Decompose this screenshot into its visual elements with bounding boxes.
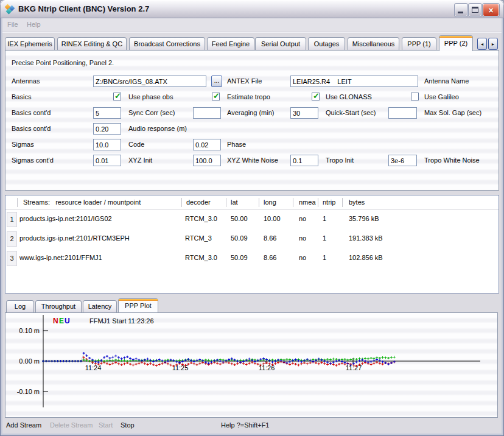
maximize-button[interactable] <box>469 4 481 16</box>
use-galileo-label: Use Galileo <box>424 93 459 100</box>
close-button[interactable]: × <box>483 4 499 16</box>
cell-bytes: 35.796 kB <box>349 215 379 222</box>
estimate-tropo-label: Estimate tropo <box>227 93 270 100</box>
audio-response-input[interactable] <box>93 123 121 135</box>
tab-ppp-1[interactable]: PPP (1) <box>402 37 436 50</box>
cell-ntrip: 1 <box>323 215 326 222</box>
quick-start-input[interactable] <box>290 107 318 119</box>
max-sol-gap-input[interactable] <box>388 107 417 119</box>
use-phase-obs-checkbox[interactable]: ✓ <box>113 93 121 100</box>
antex-path-input[interactable] <box>93 76 206 87</box>
use-galileo-checkbox[interactable]: ✓ <box>411 93 419 100</box>
cell-mountpoint: products.igs-ip.net:2101/IGS02 <box>19 215 112 222</box>
col-header-long[interactable]: long <box>264 199 276 206</box>
menu-bar: File Help <box>2 18 502 32</box>
ppp-plot-panel: N E U FFMJ1 Start 11:23:26 0.10 m 0.00 m… <box>5 312 498 418</box>
tropo-white-noise-input[interactable] <box>388 155 417 166</box>
tab-scroll-right-button[interactable]: ► <box>488 38 498 50</box>
minimize-icon <box>458 12 463 13</box>
sigmas-contd-label: Sigmas cont'd <box>12 156 54 164</box>
left-arrow-icon: ◄ <box>480 42 485 46</box>
cell-nmea: no <box>299 215 306 222</box>
row-number: 2 <box>7 231 17 247</box>
col-header-bytes[interactable]: bytes <box>349 199 365 206</box>
tab-feed-engine[interactable]: Feed Engine <box>207 37 254 50</box>
minimize-button[interactable] <box>455 4 467 16</box>
col-header-ntrip[interactable]: ntrip <box>323 199 335 206</box>
stop-button[interactable]: Stop <box>121 421 135 429</box>
start-button: Start <box>99 421 113 429</box>
cell-decoder: RTCM_3 <box>185 234 212 242</box>
cell-long: 8.66 <box>264 234 276 242</box>
menu-file[interactable]: File <box>7 21 18 28</box>
tropo-init-input[interactable] <box>290 155 318 166</box>
maximize-icon <box>472 7 478 13</box>
averaging-input[interactable] <box>193 107 221 119</box>
col-header-nmea[interactable]: nmea <box>299 199 316 206</box>
tab-throughput[interactable]: Throughput <box>35 300 82 312</box>
tab-scroll-left-button[interactable]: ◄ <box>477 38 487 50</box>
app-window: BKG Ntrip Client (BNC) Version 2.7 × Fil… <box>0 0 504 436</box>
max-sol-gap-label: Max Sol. Gap (sec) <box>424 109 481 116</box>
sync-corr-label: Sync Corr (sec) <box>128 109 175 116</box>
use-glonass-checkbox[interactable]: ✓ <box>312 93 320 100</box>
averaging-label: Averaging (min) <box>227 109 274 116</box>
antex-file-label: ANTEX File <box>227 77 262 85</box>
tab-outages[interactable]: Outages <box>308 37 345 50</box>
cell-lat: 50.09 <box>231 234 248 242</box>
basics-label: Basics <box>12 93 31 100</box>
tab-ppp-plot[interactable]: PPP Plot <box>118 298 158 312</box>
xyz-init-input[interactable] <box>93 155 121 166</box>
cell-decoder: RTCM_3.0 <box>185 215 217 222</box>
sync-corr-input[interactable] <box>93 107 121 119</box>
quick-start-label: Quick-Start (sec) <box>326 109 376 116</box>
tab-rinex-editing-qc[interactable]: RINEX Editing & QC <box>57 37 127 50</box>
cell-decoder: RTCM_3.0 <box>185 254 217 261</box>
col-header-lat[interactable]: lat <box>231 199 238 206</box>
add-stream-button[interactable]: Add Stream <box>6 421 41 429</box>
ppp2-panel: Precise Point Positioning, Panel 2. Ante… <box>5 50 499 191</box>
right-arrow-icon: ► <box>491 42 495 46</box>
tab-serial-output[interactable]: Serial Output <box>255 37 306 50</box>
tab-latency[interactable]: Latency <box>83 300 117 312</box>
check-icon: ✓ <box>114 91 121 100</box>
use-phase-obs-label: Use phase obs <box>128 93 173 100</box>
cell-mountpoint: www.igs-ip.net:2101/FFMJ1 <box>19 254 102 261</box>
cell-bytes: 102.856 kB <box>349 254 383 261</box>
tab-ppp-2[interactable]: PPP (2) <box>439 35 473 51</box>
tab-rinex-ephemeris[interactable]: IEX Ephemeris <box>5 37 55 50</box>
col-header-mountpoint[interactable]: Streams: resource loader / mountpoint <box>23 199 141 206</box>
menu-help[interactable]: Help <box>27 21 41 28</box>
row-number: 1 <box>7 212 17 227</box>
cell-long: 10.00 <box>264 215 281 222</box>
cell-lat: 50.00 <box>231 215 248 222</box>
title-bar: BKG Ntrip Client (BNC) Version 2.7 × <box>0 0 504 18</box>
tab-broadcast-corrections[interactable]: Broadcast Corrections <box>129 37 205 50</box>
tropo-white-noise-label: Tropo White Noise <box>424 156 480 164</box>
delete-stream-button: Delete Stream <box>50 421 93 429</box>
panel-title: Precise Point Positioning, Panel 2. <box>12 59 114 66</box>
antenna-name-input[interactable] <box>290 76 418 87</box>
cell-long: 8.66 <box>264 254 276 261</box>
sigma-code-input[interactable] <box>93 139 121 150</box>
use-glonass-label: Use GLONASS <box>326 93 372 100</box>
bnc-app-icon <box>5 4 15 14</box>
browse-button[interactable]: ... <box>211 76 222 87</box>
tab-log[interactable]: Log <box>6 300 34 312</box>
tropo-init-label: Tropo Init <box>326 156 354 164</box>
xyz-white-noise-label: XYZ White Noise <box>227 156 278 164</box>
sigmas-label: Sigmas <box>12 141 34 148</box>
estimate-tropo-checkbox[interactable]: ✓ <box>212 93 220 100</box>
antenna-name-label: Antenna Name <box>424 77 469 85</box>
streams-table: Streams: resource loader / mountpoint de… <box>5 195 499 294</box>
help-shortcut-label: Help ?=Shift+F1 <box>221 421 270 429</box>
xyz-white-noise-input[interactable] <box>193 155 221 166</box>
sigma-phase-label: Phase <box>227 141 246 148</box>
menu-separator <box>2 32 502 33</box>
xyz-init-label: XYZ Init <box>128 156 152 164</box>
cell-ntrip: 1 <box>323 254 326 261</box>
tab-miscellaneous[interactable]: Miscellaneous <box>348 37 399 50</box>
sigma-phase-input[interactable] <box>193 139 221 150</box>
row-number: 3 <box>7 251 17 266</box>
col-header-decoder[interactable]: decoder <box>186 199 211 206</box>
